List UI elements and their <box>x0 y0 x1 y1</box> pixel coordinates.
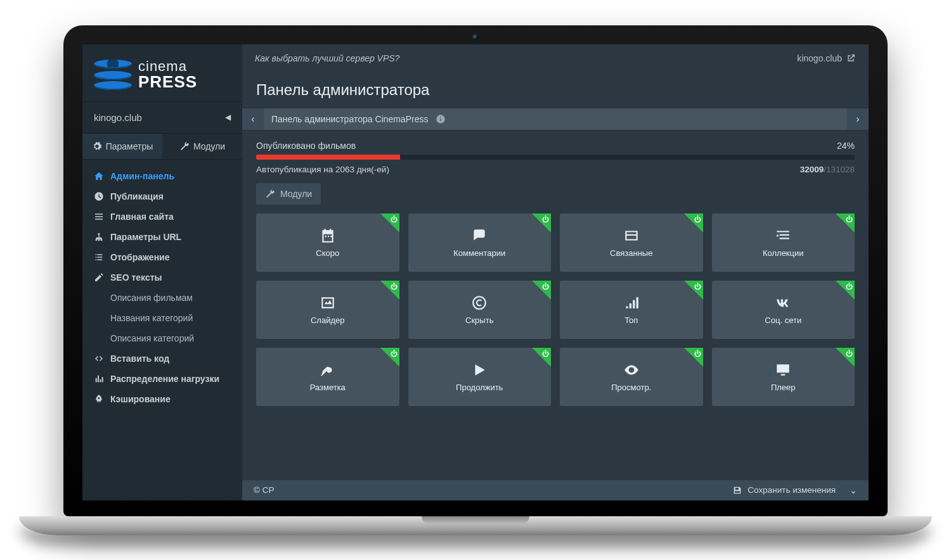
power-icon: ⏻ <box>542 215 549 223</box>
stat-percent: 24% <box>837 141 855 151</box>
module-collections[interactable]: ⏻ Коллекции <box>712 213 855 272</box>
breadcrumb: Панель администратора CinemaPress <box>264 108 847 130</box>
sidebar: cinema PRESS kinogo.club ◀ Параметры <box>82 44 242 500</box>
card-icon <box>623 227 640 245</box>
nav-seo-cat-desc[interactable]: Описания категорий <box>82 328 242 348</box>
power-icon: ⏻ <box>846 350 853 357</box>
body: Опубликовано фильмов 24% Автопубликация … <box>242 130 869 480</box>
tab-modules[interactable]: Модули <box>162 134 242 159</box>
eye-icon <box>623 361 640 379</box>
monitor-icon <box>774 361 792 379</box>
calendar-icon <box>319 227 337 245</box>
main-content: Как выбрать лучший сервер VPS? kinogo.cl… <box>242 44 869 500</box>
site-selector[interactable]: kinogo.club ◀ <box>82 101 242 134</box>
chevron-down-icon[interactable]: ⌄ <box>850 485 857 495</box>
nav-seo-texts[interactable]: SEO тексты <box>82 267 242 288</box>
comments-icon <box>470 227 488 245</box>
power-icon: ⏻ <box>391 215 398 223</box>
logo-text: cinema PRESS <box>138 60 197 90</box>
modules-button[interactable]: Модули <box>256 183 321 205</box>
info-icon[interactable] <box>436 114 446 124</box>
module-top[interactable]: ⏻ Топ <box>560 281 703 339</box>
module-slider[interactable]: ⏻ Слайдер <box>256 281 399 339</box>
save-icon <box>732 485 742 495</box>
lines-icon <box>94 212 104 222</box>
module-markup[interactable]: ⏻ Разметка <box>256 348 399 406</box>
list-indent-icon <box>774 227 792 245</box>
module-comments[interactable]: ⏻ Комментарии <box>408 213 552 272</box>
svg-point-1 <box>474 296 486 309</box>
tab-params-label: Параметры <box>106 141 153 151</box>
page-title: Панель администратора <box>242 72 869 108</box>
module-continue[interactable]: ⏻ Продолжить <box>408 348 552 406</box>
topbar-hint[interactable]: Как выбрать лучший сервер VPS? <box>255 53 399 63</box>
gear-icon <box>92 141 102 151</box>
laptop-notch <box>422 516 529 524</box>
tab-modules-label: Модули <box>193 141 225 151</box>
crumb-prev[interactable]: ‹ <box>242 108 264 130</box>
image-icon <box>319 294 337 312</box>
wrench-icon <box>265 189 275 199</box>
nav-admin-panel[interactable]: Админ-панель <box>82 166 242 186</box>
nav-seo-desc-films[interactable]: Описания фильмам <box>82 288 242 308</box>
nav-url-params[interactable]: Параметры URL <box>82 227 242 247</box>
module-watched[interactable]: ⏻ Просмотр. <box>560 348 703 406</box>
laptop-base <box>19 516 932 535</box>
crumb-next[interactable]: › <box>847 108 869 130</box>
module-related[interactable]: ⏻ Связанные <box>560 213 703 272</box>
nav-caching[interactable]: Кэширование <box>82 389 242 409</box>
nav-homepage[interactable]: Главная сайта <box>82 207 242 227</box>
power-icon: ⏻ <box>846 283 853 290</box>
module-player[interactable]: ⏻ Плеер <box>712 348 855 406</box>
module-hide[interactable]: ⏻ Скрыть <box>408 281 552 339</box>
stat-counts: 32009/131028 <box>800 165 855 174</box>
home-icon <box>94 171 104 181</box>
play-icon <box>470 361 488 379</box>
rocket-icon <box>94 394 104 404</box>
tab-params[interactable]: Параметры <box>82 134 162 159</box>
app-root: cinema PRESS kinogo.club ◀ Параметры <box>82 44 869 500</box>
power-icon: ⏻ <box>694 215 701 223</box>
module-soon[interactable]: ⏻ Скоро <box>256 213 399 272</box>
footer: © CP Сохранить изменения ⌄ <box>242 480 869 500</box>
power-icon: ⏻ <box>542 350 549 357</box>
power-icon: ⏻ <box>694 350 701 357</box>
power-icon: ⏻ <box>542 283 549 290</box>
stat-autoline: Автопубликация на 2063 дня(-ей) <box>256 165 389 174</box>
stat-label: Опубликовано фильмов <box>256 141 356 151</box>
power-icon: ⏻ <box>694 283 701 290</box>
wrench-icon <box>179 141 190 151</box>
copyright-icon <box>470 294 488 312</box>
logo-icon <box>94 56 132 94</box>
code-icon <box>94 353 104 364</box>
pencil-icon <box>94 272 104 283</box>
modules-grid: ⏻ Скоро ⏻ Комментарии ⏻ <box>256 213 855 406</box>
footer-copyright: © CP <box>254 485 274 495</box>
bars-icon <box>94 374 104 384</box>
external-link-icon <box>846 53 856 63</box>
nav-display[interactable]: Отображение <box>82 247 242 267</box>
sidebar-nav: Админ-панель Публикация Главная сайта <box>82 160 242 416</box>
list-icon <box>94 252 104 262</box>
topbar: Как выбрать лучший сервер VPS? kinogo.cl… <box>242 44 869 72</box>
key-icon <box>319 361 337 379</box>
module-social[interactable]: ⏻ Соц. сети <box>712 281 855 339</box>
progress-fill <box>256 155 400 160</box>
camera-icon <box>472 34 479 41</box>
nav-seo-cat-names[interactable]: Названия категорий <box>82 308 242 328</box>
logo: cinema PRESS <box>82 44 242 101</box>
sitemap-icon <box>94 232 104 242</box>
laptop-frame: cinema PRESS kinogo.club ◀ Параметры <box>63 25 888 535</box>
nav-insert-code[interactable]: Вставить код <box>82 348 242 369</box>
clock-icon <box>94 191 104 201</box>
nav-publication[interactable]: Публикация <box>82 186 242 207</box>
topbar-domain-link[interactable]: kinogo.club <box>797 53 856 63</box>
site-name: kinogo.club <box>94 112 142 123</box>
power-icon: ⏻ <box>391 350 398 357</box>
power-icon: ⏻ <box>391 283 398 290</box>
save-button[interactable]: Сохранить изменения ⌄ <box>732 485 857 495</box>
progress-bar <box>256 155 855 160</box>
signal-icon <box>623 294 640 312</box>
nav-load-balance[interactable]: Распределение нагрузки <box>82 369 242 389</box>
power-icon: ⏻ <box>846 215 853 223</box>
